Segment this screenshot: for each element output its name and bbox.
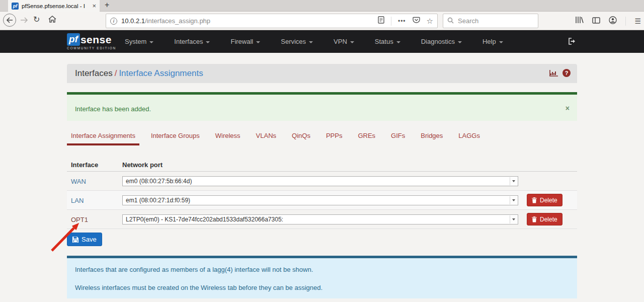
- bookmark-star-icon[interactable]: ☆: [427, 17, 433, 26]
- page-title-panel: Interfaces/Interface Assignments ?: [67, 64, 577, 83]
- chevron-down-icon: [149, 41, 153, 43]
- network-port-select[interactable]: L2TP0(em0) - KS1-7de74fcc202abd1533daf53…: [122, 214, 518, 224]
- account-icon[interactable]: [609, 16, 617, 26]
- page-actions-icon[interactable]: •••: [398, 18, 406, 25]
- nav-menu-item[interactable]: Status: [375, 38, 400, 45]
- toolbar-separator: [625, 17, 626, 26]
- save-button[interactable]: Save: [67, 233, 102, 246]
- pfsense-favicon-icon: pf: [12, 3, 19, 10]
- browser-tab-bar: pf pfSense.pfsense.local - I × +: [0, 0, 644, 12]
- pfsense-logo[interactable]: pf sense COMMUNITY EDITION: [67, 33, 116, 50]
- alert-message: Interface has been added.: [75, 105, 151, 113]
- network-port-select[interactable]: em0 (08:00:27:5b:66:4d): [122, 176, 518, 186]
- browser-tab[interactable]: pf pfSense.pfsense.local - I ×: [8, 0, 100, 12]
- sidebar-toggle-icon[interactable]: [592, 17, 600, 26]
- logo-edition-text: COMMUNITY EDITION: [67, 46, 116, 50]
- urlbar-separator: [391, 17, 391, 26]
- search-icon: [447, 17, 454, 26]
- info-notes-panel: Interfaces that are configured as member…: [67, 256, 577, 298]
- tab-item[interactable]: VLANs: [252, 130, 280, 145]
- nav-menu-item[interactable]: Help: [482, 38, 503, 45]
- chevron-down-icon: [396, 41, 400, 43]
- breadcrumb-section: Interfaces: [75, 68, 113, 78]
- chevron-down-icon: [499, 41, 503, 43]
- alert-close-icon[interactable]: ×: [566, 104, 570, 112]
- header-interface: Interface: [67, 161, 122, 169]
- tab-item[interactable]: Wireless: [211, 130, 245, 145]
- chevron-down-icon: [256, 41, 260, 43]
- table-row: OPT1 L2TP0(em0) - KS1-7de74fcc202abd1533…: [67, 210, 577, 229]
- logo-pf-badge: pf: [67, 33, 80, 46]
- trash-icon: [532, 216, 537, 222]
- interface-link[interactable]: LAN: [71, 197, 84, 204]
- url-host: 10.0.2.1: [121, 17, 145, 25]
- nav-menu-item[interactable]: Diagnostics: [421, 38, 462, 45]
- url-text: 10.0.2.1/interfaces_assign.php: [121, 17, 378, 25]
- browser-toolbar: ↻ i 10.0.2.1/interfaces_assign.php ••• ☆: [0, 12, 644, 30]
- browser-tab-title: pfSense.pfsense.local - I: [22, 3, 90, 9]
- tab-item[interactable]: PPPs: [322, 130, 347, 145]
- search-bar[interactable]: [443, 14, 538, 28]
- chevron-down-icon: [206, 41, 210, 43]
- pocket-icon[interactable]: [413, 17, 420, 26]
- url-path: /interfaces_assign.php: [145, 17, 210, 25]
- search-input[interactable]: [458, 17, 523, 25]
- menu-hamburger-icon[interactable]: ☰: [634, 17, 641, 25]
- floppy-save-icon: [72, 237, 78, 243]
- help-icon[interactable]: ?: [562, 69, 571, 77]
- reader-mode-icon[interactable]: [378, 16, 384, 26]
- chevron-down-icon: [350, 41, 354, 43]
- tab-item[interactable]: LAGGs: [454, 130, 484, 145]
- tab-item[interactable]: Bridges: [417, 130, 447, 145]
- interface-link[interactable]: WAN: [71, 178, 86, 185]
- table-row: LAN em1 (08:00:27:1d:f0:59) Delete: [67, 191, 577, 210]
- table-rows: WAN em0 (08:00:27:5b:66:4d) LAN em1 (08:…: [67, 172, 577, 229]
- back-icon[interactable]: [3, 14, 16, 27]
- reload-icon[interactable]: ↻: [33, 15, 40, 24]
- tab-item[interactable]: QinQs: [288, 130, 314, 145]
- delete-button[interactable]: Delete: [527, 194, 562, 206]
- tab-close-icon[interactable]: ×: [92, 2, 96, 10]
- nav-menu-item[interactable]: Services: [281, 38, 313, 45]
- tab-item[interactable]: Interface Assignments: [67, 130, 139, 145]
- note-text: Wireless interfaces must be created on t…: [75, 284, 569, 291]
- new-tab-button[interactable]: +: [105, 1, 109, 10]
- tab-item[interactable]: GIFs: [387, 130, 409, 145]
- nav-menu-item[interactable]: Interfaces: [174, 38, 210, 45]
- logo-sense-text: sense: [80, 34, 112, 46]
- pfsense-menu: System Interfaces Firewall Services VPN …: [125, 30, 503, 53]
- breadcrumb-separator: /: [113, 68, 119, 78]
- select-dropdown-icon[interactable]: [510, 215, 517, 223]
- forward-icon[interactable]: [20, 16, 28, 25]
- tab-item[interactable]: Interface Groups: [147, 130, 204, 145]
- chevron-down-icon: [309, 41, 313, 43]
- url-bar[interactable]: i 10.0.2.1/interfaces_assign.php ••• ☆: [106, 14, 438, 28]
- note-text: Interfaces that are configured as member…: [75, 266, 569, 273]
- nav-menu-item[interactable]: Firewall: [230, 38, 260, 45]
- home-icon[interactable]: [48, 16, 56, 25]
- network-port-select[interactable]: em1 (08:00:27:1d:f0:59): [122, 195, 518, 205]
- select-dropdown-icon[interactable]: [510, 177, 517, 185]
- nav-menu-item[interactable]: VPN: [334, 38, 354, 45]
- select-dropdown-icon[interactable]: [510, 196, 517, 204]
- table-row: WAN em0 (08:00:27:5b:66:4d): [67, 172, 577, 191]
- header-network-port: Network port: [122, 161, 577, 169]
- chevron-down-icon: [458, 41, 462, 43]
- section-tabs: Interface Assignments Interface Groups W…: [67, 130, 577, 145]
- tab-item[interactable]: GREs: [354, 130, 379, 145]
- logout-icon[interactable]: [568, 37, 577, 47]
- status-graph-icon[interactable]: [549, 69, 558, 79]
- success-alert: Interface has been added. ×: [67, 92, 577, 121]
- interface-assignments-table: Interface Network port WAN em0 (08:00:27…: [67, 159, 577, 229]
- table-header-row: Interface Network port: [67, 159, 577, 172]
- page-title: Interface Assignments: [119, 68, 203, 78]
- trash-icon: [532, 197, 537, 203]
- nav-menu-item[interactable]: System: [125, 38, 153, 45]
- interface-link[interactable]: OPT1: [71, 216, 88, 223]
- library-icon[interactable]: [575, 16, 584, 26]
- pfsense-navbar: pf sense COMMUNITY EDITION System Interf…: [0, 30, 644, 53]
- site-info-icon[interactable]: i: [110, 18, 117, 25]
- delete-button[interactable]: Delete: [527, 213, 562, 225]
- breadcrumb: Interfaces/Interface Assignments: [75, 68, 203, 79]
